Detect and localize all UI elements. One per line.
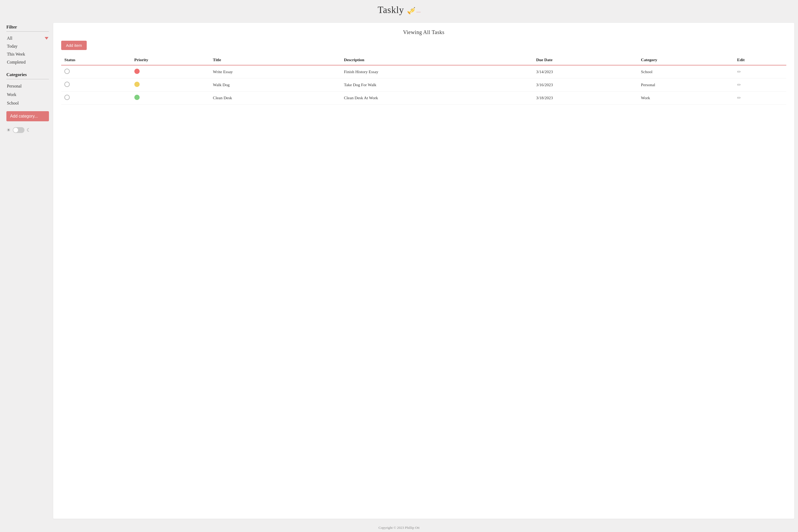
sidebar-item-personal-label: Personal [7, 84, 22, 88]
sidebar-item-personal[interactable]: Personal [6, 82, 49, 91]
cell-priority [131, 65, 210, 78]
filter-section-title: Filter [6, 24, 49, 30]
sidebar-item-work-label: Work [7, 92, 16, 97]
col-header-title: Title [210, 55, 341, 65]
cell-priority [131, 78, 210, 92]
app-title: Taskly 🎺— [378, 5, 421, 15]
table-row: Walk DogTake Dog For Walk3/16/2023Person… [61, 78, 786, 92]
main-content: Viewing All Tasks Add item Status Priori… [53, 23, 794, 519]
cell-due-date: 3/18/2023 [533, 92, 638, 104]
table-row: Write EssayFinish History Essay3/14/2023… [61, 65, 786, 78]
cell-title: Write Essay [210, 65, 341, 78]
app-footer: Copyright © 2023 Phillip Ott [0, 522, 798, 532]
col-header-description: Description [341, 55, 533, 65]
filter-section: Filter All Today This Week Completed [6, 24, 49, 66]
logo-decoration: 🎺— [405, 7, 420, 15]
cell-due-date: 3/16/2023 [533, 78, 638, 92]
priority-dot [134, 69, 140, 74]
cell-edit: ✏ [734, 92, 786, 104]
table-header-row: Status Priority Title Description Due Da… [61, 55, 786, 65]
col-header-status: Status [61, 55, 131, 65]
theme-toggle: ☀ ☾ [6, 127, 49, 133]
add-category-button[interactable]: Add category... [6, 111, 49, 121]
cell-description: Clean Desk At Work [341, 92, 533, 104]
cell-category: School [638, 65, 734, 78]
sidebar-item-this-week-label: This Week [7, 52, 25, 57]
col-header-category: Category [638, 55, 734, 65]
sidebar-item-completed-label: Completed [7, 60, 25, 65]
sidebar-item-today-label: Today [7, 44, 18, 49]
sidebar-item-all[interactable]: All [6, 34, 49, 42]
cell-status [61, 65, 131, 78]
add-item-button[interactable]: Add item [61, 41, 87, 50]
theme-toggle-track[interactable] [13, 127, 24, 133]
cell-title: Walk Dog [210, 78, 341, 92]
categories-section: Categories Personal Work School Add cate… [6, 72, 49, 121]
sidebar-item-school-label: School [7, 101, 19, 105]
cell-status [61, 92, 131, 104]
task-table: Status Priority Title Description Due Da… [61, 55, 786, 104]
table-header: Status Priority Title Description Due Da… [61, 55, 786, 65]
col-header-priority: Priority [131, 55, 210, 65]
page-title: Viewing All Tasks [61, 29, 786, 35]
filter-arrow-icon [45, 37, 49, 40]
col-header-duedate: Due Date [533, 55, 638, 65]
status-circle[interactable] [64, 82, 70, 87]
cell-title: Clean Desk [210, 92, 341, 104]
theme-toggle-thumb [13, 128, 18, 132]
cell-description: Take Dog For Walk [341, 78, 533, 92]
edit-icon[interactable]: ✏ [737, 95, 741, 100]
edit-icon[interactable]: ✏ [737, 82, 741, 88]
categories-section-title: Categories [6, 72, 49, 77]
moon-icon: ☾ [26, 128, 31, 133]
table-row: Clean DeskClean Desk At Work3/18/2023Wor… [61, 92, 786, 104]
col-header-edit: Edit [734, 55, 786, 65]
sidebar: Filter All Today This Week Completed Cat… [0, 19, 53, 522]
sidebar-item-all-label: All [7, 36, 12, 41]
cell-category: Personal [638, 78, 734, 92]
cell-category: Work [638, 92, 734, 104]
app-title-text: Taskly [378, 5, 404, 15]
categories-divider [6, 79, 49, 79]
sidebar-item-completed[interactable]: Completed [6, 58, 49, 66]
cell-priority [131, 92, 210, 104]
sidebar-item-today[interactable]: Today [6, 42, 49, 50]
cell-edit: ✏ [734, 78, 786, 92]
cell-status [61, 78, 131, 92]
edit-icon[interactable]: ✏ [737, 69, 741, 75]
cell-description: Finish History Essay [341, 65, 533, 78]
sidebar-item-this-week[interactable]: This Week [6, 50, 49, 58]
app-layout: Filter All Today This Week Completed Cat… [0, 19, 798, 522]
status-circle[interactable] [64, 69, 70, 74]
status-circle[interactable] [64, 95, 70, 100]
cell-edit: ✏ [734, 65, 786, 78]
app-header: Taskly 🎺— [0, 0, 798, 19]
sun-icon: ☀ [6, 128, 11, 133]
priority-dot [134, 82, 140, 87]
priority-dot [134, 95, 140, 100]
footer-text: Copyright © 2023 Phillip Ott [379, 526, 419, 530]
cell-due-date: 3/14/2023 [533, 65, 638, 78]
sidebar-item-school[interactable]: School [6, 99, 49, 108]
table-body: Write EssayFinish History Essay3/14/2023… [61, 65, 786, 104]
sidebar-item-work[interactable]: Work [6, 91, 49, 99]
